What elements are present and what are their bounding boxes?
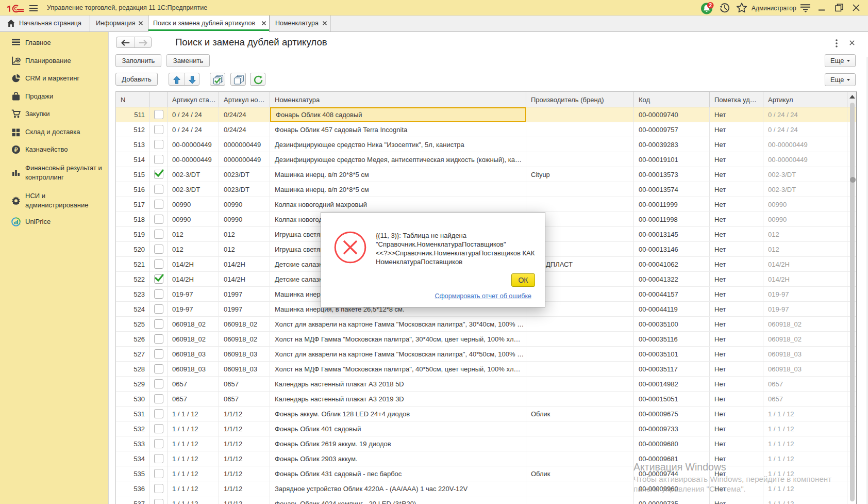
- svg-text:₽: ₽: [17, 58, 20, 62]
- svg-text:2: 2: [709, 3, 712, 8]
- svg-text:₽: ₽: [14, 147, 18, 153]
